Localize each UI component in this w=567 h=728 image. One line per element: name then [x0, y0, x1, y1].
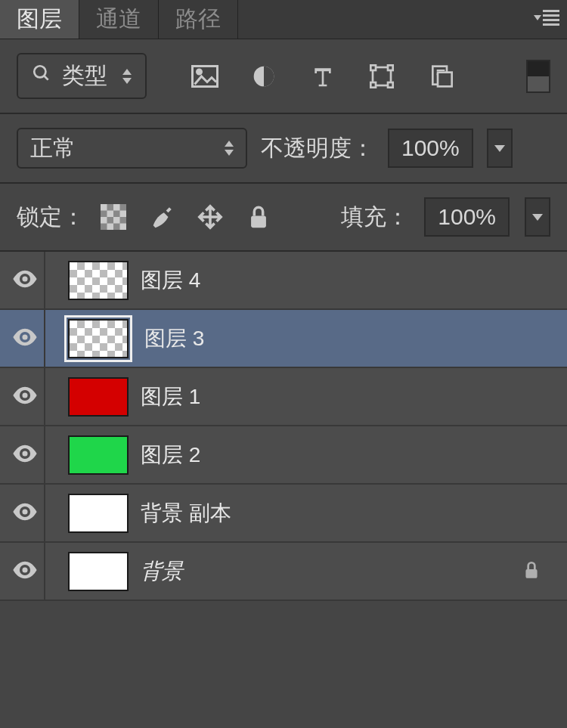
svg-point-27: [22, 567, 27, 572]
filter-pixel-icon[interactable]: [191, 64, 219, 88]
panel-tabs: 图层 通道 路径: [0, 0, 567, 39]
opacity-value[interactable]: 100%: [388, 129, 473, 168]
lock-image-icon[interactable]: [148, 203, 175, 231]
layer-row[interactable]: 图层 2: [0, 426, 567, 485]
visibility-toggle[interactable]: [6, 368, 45, 425]
svg-line-1: [44, 76, 48, 79]
visibility-toggle[interactable]: [6, 426, 45, 483]
color-mode-toggle[interactable]: [526, 60, 550, 93]
visibility-toggle[interactable]: [6, 310, 45, 367]
filter-adjustment-icon[interactable]: [249, 64, 278, 88]
layers-list: 图层 4图层 3图层 1图层 2背景 副本背景: [0, 252, 567, 601]
svg-rect-11: [438, 72, 452, 86]
svg-rect-18: [113, 217, 120, 224]
visibility-toggle[interactable]: [6, 252, 45, 308]
svg-rect-21: [251, 216, 266, 228]
filter-type-icon[interactable]: [308, 64, 337, 88]
svg-rect-28: [525, 568, 537, 578]
filter-kind-label: 类型: [62, 60, 107, 91]
svg-rect-7: [388, 65, 393, 70]
menu-icon: [543, 8, 559, 28]
fill-dropdown-button[interactable]: [525, 197, 550, 237]
filter-smart-icon[interactable]: [426, 64, 455, 88]
layer-row[interactable]: 图层 4: [0, 252, 567, 310]
lock-icon: [522, 559, 541, 584]
blend-row: 正常 不透明度： 100%: [0, 114, 567, 184]
svg-rect-8: [370, 82, 376, 88]
eye-icon: [12, 328, 38, 349]
blend-mode-select[interactable]: 正常: [17, 128, 247, 169]
updown-icon: [122, 69, 132, 84]
eye-icon: [12, 386, 38, 407]
search-icon: [32, 64, 51, 88]
layer-thumbnail[interactable]: [68, 494, 129, 533]
tab-paths[interactable]: 路径: [159, 0, 238, 39]
lock-label: 锁定：: [17, 202, 85, 233]
visibility-toggle[interactable]: [6, 543, 45, 599]
blend-mode-value: 正常: [30, 133, 76, 164]
visibility-toggle[interactable]: [6, 485, 45, 541]
opacity-dropdown-button[interactable]: [487, 129, 513, 168]
lock-all-icon[interactable]: [245, 203, 272, 231]
svg-rect-20: [120, 224, 127, 231]
svg-point-0: [34, 66, 45, 77]
svg-point-24: [22, 392, 27, 398]
layer-row[interactable]: 图层 3: [0, 310, 567, 368]
fill-value[interactable]: 100%: [424, 197, 510, 237]
lock-row: 锁定： 填充： 100%: [0, 184, 567, 252]
layer-name[interactable]: 图层 3: [144, 324, 556, 353]
svg-rect-6: [370, 65, 376, 70]
updown-icon: [225, 141, 234, 156]
eye-icon: [12, 445, 38, 466]
svg-rect-16: [120, 211, 127, 218]
layer-row[interactable]: 背景 副本: [0, 485, 567, 543]
layer-row[interactable]: 背景: [0, 543, 567, 601]
fill-label: 填充：: [341, 202, 409, 233]
filter-type-icons: [191, 64, 455, 88]
filter-shape-icon[interactable]: [367, 64, 396, 88]
lock-position-icon[interactable]: [197, 203, 224, 231]
layer-thumbnail[interactable]: [68, 552, 129, 591]
layer-thumbnail[interactable]: [64, 315, 132, 362]
filter-row: 类型: [0, 39, 567, 114]
layer-thumbnail[interactable]: [68, 261, 129, 300]
svg-point-23: [22, 334, 27, 339]
layer-thumbnail[interactable]: [68, 377, 129, 417]
chevron-down-icon: [534, 15, 541, 20]
layer-name[interactable]: 背景: [141, 557, 510, 586]
svg-point-26: [22, 509, 27, 514]
layer-name[interactable]: 图层 4: [141, 266, 556, 295]
svg-rect-14: [113, 204, 120, 211]
panel-menu-button[interactable]: [534, 8, 559, 28]
svg-rect-15: [107, 211, 114, 218]
lock-transparency-icon[interactable]: [100, 203, 127, 231]
filter-kind-select[interactable]: 类型: [17, 53, 147, 99]
layer-name[interactable]: 图层 2: [141, 441, 556, 469]
svg-rect-19: [107, 224, 114, 231]
svg-rect-13: [101, 204, 107, 211]
lock-icons: [100, 203, 272, 231]
svg-point-25: [22, 451, 27, 456]
svg-point-22: [22, 276, 27, 281]
svg-rect-17: [101, 217, 107, 224]
opacity-label: 不透明度：: [261, 133, 374, 164]
tab-layers[interactable]: 图层: [0, 0, 79, 39]
eye-icon: [12, 561, 38, 582]
eye-icon: [12, 270, 38, 291]
layer-thumbnail[interactable]: [68, 435, 129, 475]
eye-icon: [12, 503, 38, 524]
layer-row[interactable]: 图层 1: [0, 368, 567, 426]
svg-point-3: [197, 70, 202, 74]
layer-name[interactable]: 背景 副本: [141, 499, 556, 528]
tab-channels[interactable]: 通道: [79, 0, 159, 39]
layer-name[interactable]: 图层 1: [141, 383, 556, 411]
svg-rect-9: [388, 82, 393, 88]
